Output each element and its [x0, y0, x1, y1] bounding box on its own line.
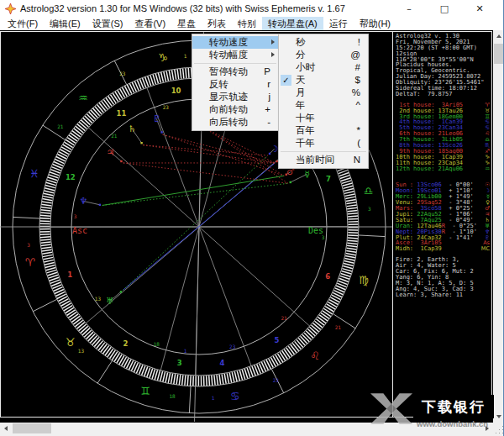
menubar-item-4[interactable]: 星盘 [171, 17, 202, 30]
speed-menu-item-1[interactable]: 分@ [279, 49, 368, 61]
speed-menu-item-8[interactable]: 千年( [279, 137, 368, 150]
rotate-menu-shortcut: + [265, 103, 270, 116]
svg-text:♋: ♋ [230, 390, 240, 402]
speed-menu-shortcut: # [355, 61, 360, 74]
speed-menu-shortcut: ^ [356, 99, 360, 112]
rotate-menu-item-5[interactable]: 显示轨迹j [192, 91, 278, 103]
speed-menu-item-10[interactable]: 当前时间N [279, 154, 368, 166]
svg-text:1: 1 [212, 395, 215, 401]
speed-menu-shortcut: ! [358, 36, 360, 49]
scrollbar-corner [493, 423, 504, 434]
svg-text:1: 1 [184, 348, 187, 354]
menubar-item-3[interactable]: 查看(V) [129, 17, 171, 30]
svg-text:10: 10 [171, 87, 181, 95]
scroll-up-button[interactable] [493, 30, 504, 42]
svg-text:♓: ♓ [29, 167, 39, 180]
speed-menu-item-2[interactable]: 小时# [279, 61, 368, 74]
speed-menu-separator [281, 151, 366, 152]
rotate-menu-item-6[interactable]: 向前转动+ [192, 103, 278, 116]
down-arrow-icon [496, 415, 501, 418]
svg-text:23: 23 [119, 71, 126, 76]
menu-bar: 文件(F)编辑(E)设置(S)查看(V)星盘列表特别转动星盘(A)运行帮助(H) [0, 17, 504, 30]
svg-text:♊: ♊ [141, 385, 151, 397]
menubar-item-0[interactable]: 文件(F) [2, 17, 44, 30]
speed-menu-item-3[interactable]: 天✓$ [279, 74, 368, 87]
speed-menu-item-7[interactable]: 百年* [279, 124, 368, 137]
svg-text:♆: ♆ [79, 196, 87, 207]
watermark-banner: 下载银行 [413, 395, 494, 418]
rotate-menu-shortcut: r [267, 78, 270, 91]
menubar-item-6[interactable]: 特别 [232, 17, 262, 30]
svg-text:21: 21 [335, 324, 342, 330]
rotate-menu-item-1[interactable]: 转动幅度 [192, 49, 278, 61]
title-bar: Astrolog32 version 1.30 for MS Windows (… [0, 0, 504, 17]
svg-text:1: 1 [67, 271, 72, 279]
vertical-scrollbar[interactable] [493, 30, 504, 423]
svg-text:☿: ☿ [304, 169, 310, 180]
menubar-item-5[interactable]: 列表 [202, 17, 232, 30]
maximize-button[interactable]: □ [427, 0, 462, 17]
svg-text:♄: ♄ [128, 123, 136, 134]
svg-text:6: 6 [325, 272, 330, 281]
svg-text:3: 3 [27, 242, 30, 248]
speed-menu-item-0[interactable]: 秒! [279, 36, 368, 49]
scroll-down-button[interactable] [493, 411, 504, 423]
speed-menu-item-6[interactable]: 十年 [279, 112, 368, 124]
svg-text:♌: ♌ [310, 349, 320, 362]
resize-grip[interactable] [502, 433, 503, 433]
svg-text:♒: ♒ [78, 92, 88, 104]
left-arrow-icon [4, 426, 8, 431]
svg-text:Des: Des [308, 226, 323, 235]
svg-text:♈: ♈ [25, 256, 35, 269]
vertical-scroll-thumb[interactable] [494, 44, 503, 64]
speed-menu-item-5[interactable]: 年^ [279, 99, 368, 112]
svg-text:♎: ♎ [364, 185, 374, 197]
svg-text:12: 12 [66, 173, 76, 181]
speed-menu-shortcut: $ [355, 74, 360, 87]
menubar-item-7[interactable]: 转动星盘(A) [262, 17, 323, 30]
horizontal-scroll-thumb[interactable] [13, 423, 51, 433]
rotate-menu-item-7[interactable]: 向后转动- [192, 116, 278, 129]
speed-menu-shortcut: % [352, 87, 360, 99]
menubar-item-2[interactable]: 设置(S) [87, 17, 129, 30]
speed-menu-shortcut: @ [350, 49, 360, 61]
zodiac-glyph: MC [481, 246, 490, 252]
svg-text:♉: ♉ [66, 336, 76, 349]
speed-menu-item-4[interactable]: 月% [279, 87, 368, 99]
rotate-speed-submenu: 秒!分@小时#天✓$月%年^十年百年*千年(当前时间N [278, 34, 369, 169]
submenu-arrow-icon [271, 52, 275, 57]
zodiac-glyph: ♒ [485, 166, 490, 172]
rotate-menu-item-4[interactable]: 反转r [192, 78, 278, 91]
svg-text:5: 5 [275, 336, 280, 344]
svg-text:4: 4 [219, 359, 224, 367]
rotate-menu-item-3[interactable]: 暂停转动P [192, 66, 278, 78]
astro-sidebar: Astrolog32 v. 1.30Fri, November 5, 20211… [396, 34, 491, 297]
minimize-button[interactable]: – [391, 0, 427, 17]
scroll-left-button[interactable] [0, 423, 12, 434]
svg-text:2: 2 [123, 339, 128, 348]
svg-text:23: 23 [273, 377, 280, 383]
watermark-logo-icon [370, 393, 412, 424]
close-button[interactable]: ✕ [462, 0, 497, 17]
sidebar-row: Midh: 1Cap39MC [396, 246, 491, 252]
svg-text:7: 7 [326, 175, 331, 183]
svg-text:13: 13 [95, 296, 102, 302]
rotate-menu-shortcut: P [264, 66, 270, 78]
svg-text:3: 3 [74, 213, 77, 219]
menubar-item-1[interactable]: 编辑(E) [44, 17, 87, 30]
rotate-menu-item-0[interactable]: 转动速度 [192, 36, 278, 49]
rotate-dropdown-menu: 转动速度转动幅度暂停转动P反转r显示轨迹j向前转动+向后转动- [192, 34, 279, 131]
speed-menu-shortcut: N [354, 154, 360, 166]
svg-text:23: 23 [229, 344, 236, 349]
watermark-text: 下载银行 [422, 397, 486, 417]
app-icon [5, 3, 16, 14]
speed-menu-shortcut: ( [357, 137, 360, 150]
svg-text:21: 21 [281, 315, 288, 321]
app-window: Astrolog32 version 1.30 for MS Windows (… [0, 0, 504, 436]
svg-text:♍: ♍ [359, 274, 369, 286]
menubar-item-8[interactable]: 运行 [323, 17, 354, 30]
up-arrow-icon [496, 34, 501, 38]
svg-text:1: 1 [184, 53, 187, 59]
speed-menu-shortcut: * [357, 124, 360, 137]
menubar-item-9[interactable]: 帮助(H) [354, 17, 396, 30]
